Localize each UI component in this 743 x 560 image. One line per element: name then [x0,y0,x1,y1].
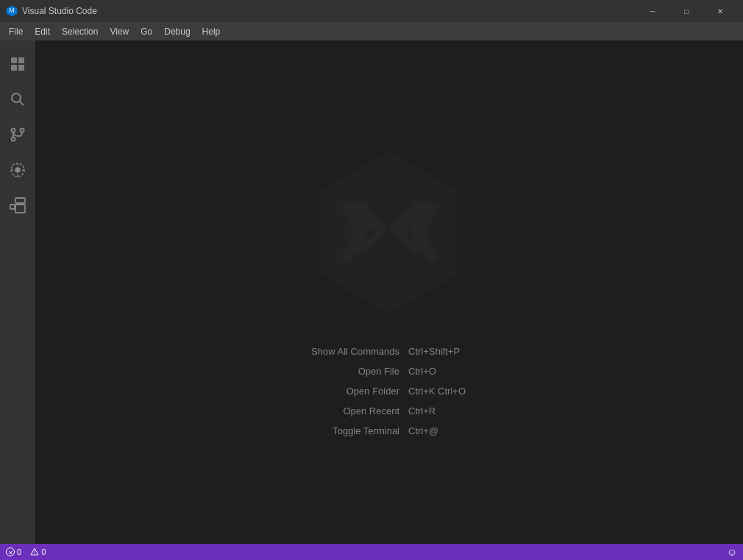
vscode-logo [301,144,477,321]
svg-rect-19 [15,198,25,203]
editor-area: Show All Commands Ctrl+Shift+P Open File… [35,40,743,544]
app-icon: M [6,5,18,17]
svg-rect-3 [18,57,24,63]
menu-debug[interactable]: Debug [158,22,196,40]
svg-rect-4 [11,65,17,71]
shortcut-open-folder: Open Folder Ctrl+K Ctrl+O [282,381,497,401]
explorer-icon[interactable] [0,46,35,82]
warning-icon: ! [30,547,39,556]
shortcut-open-recent: Open Recent Ctrl+R [282,401,497,421]
close-button[interactable]: ✕ [703,0,737,22]
status-bar: ✕ 0 ! 0 ☺ [0,544,743,560]
app-title: Visual Studio Code [22,6,636,16]
svg-point-8 [12,129,15,132]
status-errors[interactable]: ✕ 0 [6,547,21,556]
menu-edit[interactable]: Edit [29,22,56,40]
error-icon: ✕ [6,547,15,556]
window-controls: ─ □ ✕ [636,0,737,22]
svg-point-13 [15,168,20,172]
menu-selection[interactable]: Selection [56,22,104,40]
activity-bar [0,40,35,544]
svg-point-10 [21,129,24,132]
svg-rect-18 [10,205,15,209]
svg-rect-2 [11,57,17,63]
menu-bar: File Edit Selection View Go Debug Help [0,22,743,40]
search-icon[interactable] [0,82,35,117]
svg-text:!: ! [34,550,35,555]
status-smiley[interactable]: ☺ [727,545,737,559]
error-count: 0 [17,547,21,556]
menu-file[interactable]: File [3,22,29,40]
main-area: Show All Commands Ctrl+Shift+P Open File… [0,40,743,544]
shortcut-toggle-terminal: Toggle Terminal Ctrl+@ [282,421,497,441]
menu-help[interactable]: Help [196,22,227,40]
warning-count: 0 [41,547,46,556]
svg-text:✕: ✕ [8,550,13,556]
menu-view[interactable]: View [104,22,135,40]
svg-rect-20 [15,205,25,213]
maximize-button[interactable]: □ [669,0,703,22]
svg-point-6 [12,93,21,102]
welcome-content: Show All Commands Ctrl+Shift+P Open File… [282,144,497,441]
shortcut-open-file: Open File Ctrl+O [282,361,497,381]
shortcut-show-all-commands: Show All Commands Ctrl+Shift+P [282,341,497,361]
svg-text:M: M [9,7,14,14]
source-control-icon[interactable] [0,117,35,152]
menu-go[interactable]: Go [135,22,158,40]
shortcuts-list: Show All Commands Ctrl+Shift+P Open File… [282,341,497,441]
status-warnings[interactable]: ! 0 [30,547,46,556]
svg-line-7 [20,102,24,106]
title-bar: M Visual Studio Code ─ □ ✕ [0,0,743,22]
minimize-button[interactable]: ─ [636,0,669,22]
svg-rect-5 [18,65,24,71]
debug-icon[interactable] [0,152,35,188]
svg-point-9 [12,138,15,141]
svg-marker-21 [321,151,458,313]
extensions-icon[interactable] [0,188,35,223]
